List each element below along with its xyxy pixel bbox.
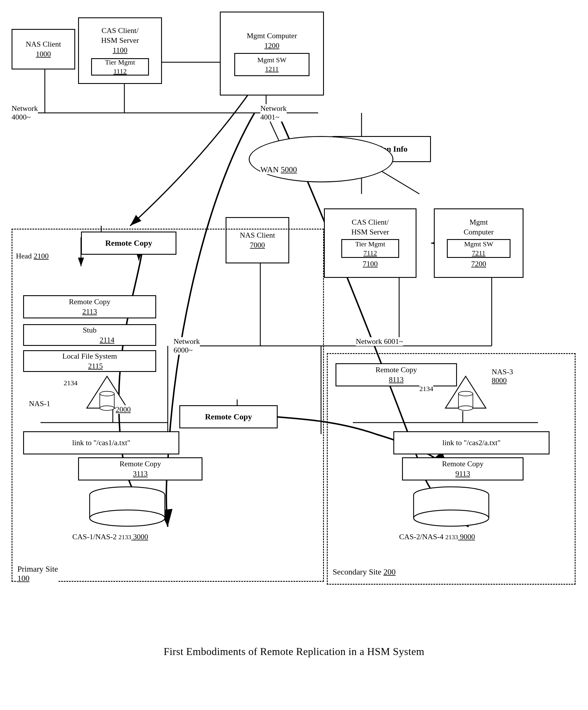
remote-copy-mid: Remote Copy: [179, 405, 278, 428]
label-2134-left: 2134: [64, 379, 77, 387]
svg-point-39: [459, 406, 473, 410]
nas-client-label: NAS Client: [26, 39, 61, 49]
mgmt-computer-label: Mgmt Computer: [247, 31, 297, 41]
mgmt-sw-7211: Mgmt SW 7211: [447, 239, 511, 258]
mgmt-sw-1211: Mgmt SW 1211: [234, 53, 310, 76]
remote-copy-8113: Remote Copy 8113: [336, 363, 457, 386]
cas-client-7100: CAS Client/HSM Server Tier Mgmt 7112 710…: [324, 208, 416, 278]
mgmt-computer-id: 1200: [264, 41, 279, 51]
wan-oval: [249, 136, 393, 182]
tier-mgmt-id: 1112: [114, 67, 127, 76]
diagram: NAS Client 1000 CAS Client/HSM Server 11…: [0, 0, 588, 637]
caption-text: First Embodiments of Remote Replication …: [164, 646, 424, 657]
stub-2114: Stub 2114: [23, 324, 156, 346]
local-fs-2115: Local File System 2115: [23, 350, 156, 372]
tier-mgmt-1112: Tier Mgmt 1112: [91, 58, 149, 75]
link-cas2-box: link to "/cas2/a.txt": [393, 431, 549, 454]
mgmt-computer-7200: MgmtComputer Mgmt SW 7211 7200: [434, 208, 523, 278]
label-2134-right: 2134: [419, 385, 433, 393]
nas1-id: 2000: [116, 405, 131, 414]
remote-copy-top: Remote Copy: [81, 232, 176, 255]
nas-client-id: 1000: [36, 49, 51, 59]
nas3-label: NAS-3 8000: [492, 368, 513, 385]
caption: First Embodiments of Remote Replication …: [0, 637, 588, 663]
mgmt-computer-1200: Mgmt Computer 1200 Mgmt SW 1211: [220, 11, 324, 96]
cas2-nas4-label: CAS-2/NAS-4 2133 9000: [399, 532, 475, 541]
mgmt-7200-id: 7200: [471, 259, 486, 269]
svg-point-29: [100, 391, 114, 396]
svg-point-38: [459, 391, 473, 396]
nas1-label: NAS-1: [29, 399, 50, 408]
remote-copy-2113: Remote Copy 2113: [23, 295, 156, 318]
mgmt-sw-id: 1211: [265, 65, 278, 73]
cas-client-1100: CAS Client/HSM Server 1100 Tier Mgmt 111…: [78, 17, 162, 84]
head-2100-label: Head 2100: [16, 252, 49, 260]
secondary-site-label: Secondary Site 200: [333, 567, 396, 576]
nas-client-1000: NAS Client 1000: [11, 29, 75, 69]
mgmt-sw-label: Mgmt SW: [258, 55, 287, 65]
cas-client-id: 1100: [113, 45, 127, 55]
svg-point-44: [414, 510, 489, 526]
svg-point-30: [100, 406, 114, 410]
remote-copy-9113: Remote Copy 9113: [402, 457, 523, 480]
svg-point-35: [90, 510, 165, 526]
network-4001-label: Network 4001~: [260, 104, 287, 122]
remote-copy-3113: Remote Copy 3113: [78, 457, 202, 480]
cas1-nas2-cylinder: [87, 486, 168, 531]
remote-copy-top-label: Remote Copy: [105, 238, 152, 249]
network-4000-label: Network 4000~: [11, 104, 38, 122]
wan-label: WAN 5000: [260, 165, 297, 174]
tier-mgmt-7112: Tier Mgmt 7112: [341, 239, 399, 258]
primary-site-label: Primary Site 100: [17, 564, 58, 583]
cas-7100-id: 7100: [363, 259, 378, 269]
cas1-nas2-label: CAS-1/NAS-2 2133 3000: [72, 532, 148, 541]
cas2-nas4-cylinder: [411, 486, 492, 531]
nas3-triangle: [442, 373, 489, 414]
link-cas1-box: link to "/cas1/a.txt": [23, 431, 179, 454]
network-6001-label: Network 6001~: [356, 337, 403, 346]
tier-mgmt-label: Tier Mgmt: [105, 58, 135, 67]
cas-client-label: CAS Client/HSM Server: [101, 26, 139, 45]
